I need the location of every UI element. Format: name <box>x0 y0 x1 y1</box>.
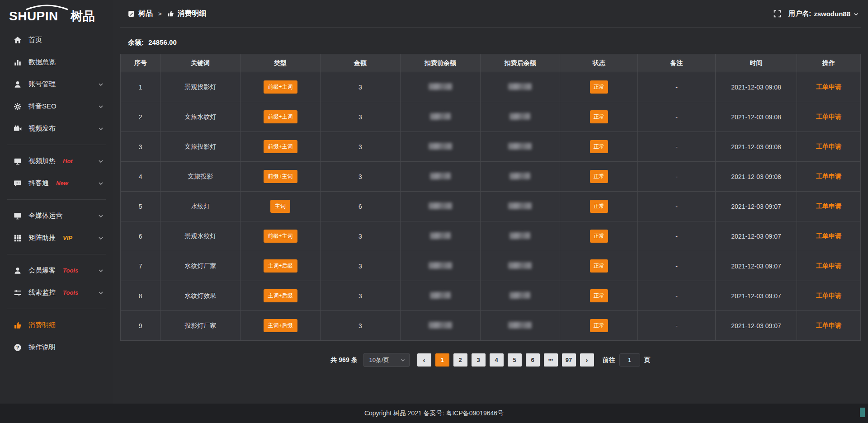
sidebar-menu: 首页数据总览账号管理抖音SEO视频发布视频加热Hot抖客通New全媒体运营矩阵助… <box>0 28 113 358</box>
type-badge: 主词+后缀 <box>264 259 297 273</box>
page-button[interactable]: 3 <box>472 353 486 367</box>
app-logo: SHUPIN 树品 <box>0 0 113 28</box>
page-button[interactable]: 1 <box>435 353 449 367</box>
page-button[interactable]: 2 <box>453 353 467 367</box>
sidebar-item[interactable]: 矩阵助推VIP <box>0 227 113 249</box>
chevron-down-icon <box>98 81 104 88</box>
work-order-link[interactable]: 工单申请 <box>816 143 841 150</box>
user-menu[interactable]: 用户名: zswodun88 <box>788 9 859 18</box>
next-page-button[interactable]: › <box>580 353 594 367</box>
sidebar-item[interactable]: 首页 <box>0 29 113 51</box>
prev-page-button[interactable]: ‹ <box>417 353 431 367</box>
sidebar-item[interactable]: 抖客通New <box>0 172 113 194</box>
menu-divider <box>7 199 106 200</box>
breadcrumb-app-icon <box>128 10 135 17</box>
sidebar-item[interactable]: 视频加热Hot <box>0 150 113 172</box>
member-icon <box>14 267 22 275</box>
gear-icon <box>14 103 22 111</box>
breadcrumb-root[interactable]: 树品 <box>138 9 153 19</box>
page-size-select[interactable]: 10条/页 <box>363 353 410 367</box>
chevron-down-icon <box>98 235 104 241</box>
work-order-link[interactable]: 工单申请 <box>816 113 841 120</box>
type-cell: 前缀+主词 <box>241 102 321 132</box>
masked-balance-after <box>508 83 532 90</box>
grid-icon <box>14 234 22 242</box>
footer: Copyright 树品 2021 备案号: 粤ICP备09019646号 <box>0 404 868 423</box>
svg-text:?: ? <box>16 344 19 350</box>
seq-cell: 3 <box>121 132 160 162</box>
keyword-cell: 文旅水纹灯 <box>160 102 241 132</box>
work-order-link[interactable]: 工单申请 <box>816 202 841 210</box>
work-order-link[interactable]: 工单申请 <box>816 83 841 90</box>
work-order-link[interactable]: 工单申请 <box>816 322 841 329</box>
amount-cell: 3 <box>320 102 400 132</box>
action-cell: 工单申请 <box>797 311 861 341</box>
sidebar-item[interactable]: 抖音SEO <box>0 95 113 118</box>
sidebar-item[interactable]: 消费明细 <box>0 314 113 336</box>
table-row: 6景观水纹灯前缀+主词3正常-2021-12-03 09:07工单申请 <box>121 221 861 251</box>
type-badge: 前缀+主词 <box>264 170 297 183</box>
menu-tag: Hot <box>63 158 73 164</box>
sidebar-item[interactable]: 会员爆客Tools <box>0 259 113 282</box>
amount-cell: 3 <box>320 251 400 281</box>
scrollbar-artifact <box>860 408 865 417</box>
sidebar-item-label: 数据总览 <box>28 58 56 66</box>
pagination: 共 969 条 10条/页 ‹ 123456•••97 › 前往 页 <box>120 353 861 367</box>
goto-page-input[interactable] <box>619 353 640 367</box>
seq-cell: 9 <box>121 311 160 341</box>
time-cell: 2021-12-03 09:08 <box>716 102 797 132</box>
remark-cell: - <box>638 102 716 132</box>
masked-balance-before <box>429 291 450 299</box>
status-cell: 正常 <box>560 162 638 192</box>
table-row: 8水纹灯效果主词+后缀3正常-2021-12-03 09:07工单申请 <box>121 281 861 311</box>
type-badge: 主词+后缀 <box>264 289 297 302</box>
column-header: 扣费前余额 <box>400 54 480 72</box>
work-order-link[interactable]: 工单申请 <box>816 292 841 299</box>
sidebar-item[interactable]: 数据总览 <box>0 51 113 73</box>
username-label: 用户名: <box>788 9 811 18</box>
seq-cell: 6 <box>121 221 160 251</box>
balance-after-cell <box>480 102 560 132</box>
work-order-link[interactable]: 工单申请 <box>816 173 841 180</box>
page-button[interactable]: 6 <box>526 353 540 367</box>
home-icon <box>14 36 22 44</box>
menu-tag: Tools <box>63 289 78 296</box>
balance-before-cell <box>400 72 480 102</box>
sidebar-item[interactable]: 账号管理 <box>0 73 113 95</box>
chat-icon <box>14 179 22 188</box>
page-button[interactable]: 5 <box>508 353 522 367</box>
work-order-link[interactable]: 工单申请 <box>816 262 841 269</box>
more-pages-button[interactable]: ••• <box>544 353 558 367</box>
consumption-table: 序号关键词类型金额扣费前余额扣费后余额状态备注时间操作 1景观投影灯前缀+主词3… <box>120 54 861 341</box>
type-badge: 前缀+主词 <box>264 230 297 243</box>
column-header: 类型 <box>241 54 321 72</box>
sidebar-item[interactable]: 视频发布 <box>0 118 113 140</box>
action-cell: 工单申请 <box>797 162 861 192</box>
fullscreen-icon[interactable] <box>774 10 781 18</box>
masked-balance-after <box>509 113 530 120</box>
chevron-down-icon <box>98 180 104 187</box>
sidebar-item-label: 线索监控 <box>28 288 56 297</box>
keyword-cell: 景观投影灯 <box>160 72 241 102</box>
sidebar-item[interactable]: 全媒体运营 <box>0 205 113 227</box>
status-badge: 正常 <box>590 200 608 213</box>
remark-cell: - <box>638 132 716 162</box>
balance-value: 24856.00 <box>148 38 177 46</box>
work-order-link[interactable]: 工单申请 <box>816 232 841 240</box>
sidebar: SHUPIN 树品 首页数据总览账号管理抖音SEO视频发布视频加热Hot抖客通N… <box>0 0 113 404</box>
status-badge: 正常 <box>590 259 608 273</box>
page-button[interactable]: 97 <box>562 353 576 367</box>
column-header: 时间 <box>716 54 797 72</box>
sidebar-item[interactable]: 线索监控Tools <box>0 282 113 304</box>
chevron-down-icon <box>98 290 104 296</box>
balance-before-cell <box>400 221 480 251</box>
breadcrumb: 树品 > 消费明细 <box>128 9 207 19</box>
page-button[interactable]: 4 <box>490 353 504 367</box>
column-header: 备注 <box>638 54 716 72</box>
seq-cell: 4 <box>121 162 160 192</box>
remark-cell: - <box>638 162 716 192</box>
column-header: 序号 <box>121 54 160 72</box>
sidebar-item[interactable]: ?操作说明 <box>0 336 113 358</box>
status-cell: 正常 <box>560 221 638 251</box>
sidebar-item-label: 视频加热 <box>28 157 56 165</box>
